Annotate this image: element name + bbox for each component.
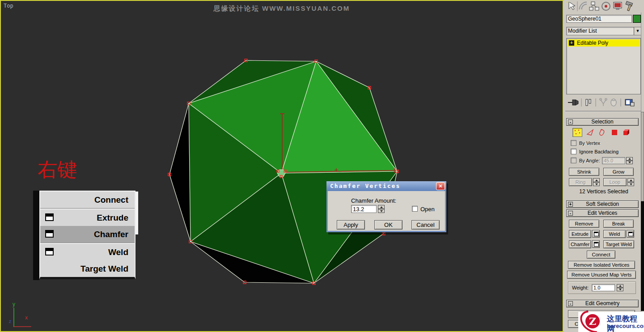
vertex-subobject-button[interactable] <box>572 128 582 137</box>
pin-stack-icon[interactable] <box>568 100 578 105</box>
open-checkbox[interactable] <box>412 206 418 212</box>
right-click-annotation: 右键 <box>38 157 77 183</box>
modifier-stack[interactable]: + Editable Poly <box>566 38 641 94</box>
weld-settings-icon[interactable] <box>45 248 54 255</box>
loop-spinner[interactable] <box>627 178 634 186</box>
collapse-icon[interactable]: - <box>568 211 573 216</box>
by-angle-checkbox[interactable] <box>571 157 576 163</box>
show-end-result-icon[interactable] <box>586 99 591 106</box>
configure-modifier-sets-icon[interactable] <box>625 99 634 106</box>
by-angle-spinner[interactable] <box>626 157 633 164</box>
cancel-button[interactable]: Cancel <box>411 220 440 230</box>
object-name-field[interactable]: GeoSphere01 <box>566 15 632 23</box>
axis-tripod: y x z <box>5 300 55 331</box>
ring-button[interactable]: Ring <box>569 178 592 186</box>
ignore-backfacing-label: Ignore Backfacing <box>579 149 619 155</box>
menu-item-target-weld[interactable]: Target Weld <box>40 260 135 277</box>
hierarchy-tab-icon[interactable] <box>589 2 599 10</box>
spinner-down-icon[interactable] <box>378 209 385 213</box>
close-icon[interactable]: × <box>436 182 445 190</box>
collapse-icon[interactable]: - <box>568 119 573 124</box>
loop-button[interactable]: Loop <box>603 178 627 186</box>
menu-item-connect[interactable]: Connect <box>40 192 135 208</box>
expand-icon[interactable]: + <box>569 40 574 46</box>
rollout-edit-vertices[interactable]: - Edit Vertices <box>566 209 639 217</box>
menu-item-extrude[interactable]: Extrude <box>40 209 135 226</box>
spinner-up-icon[interactable] <box>378 205 385 209</box>
polygon-icon <box>610 128 619 137</box>
ignore-backfacing-checkbox[interactable] <box>571 149 576 154</box>
border-subobject-button[interactable] <box>597 128 607 137</box>
weld-settings-button[interactable] <box>627 230 634 238</box>
menu-item-weld[interactable]: Weld <box>40 244 135 260</box>
chamfer-button[interactable]: Chamfer <box>569 240 591 248</box>
weight-field[interactable]: 1.0 <box>592 284 615 291</box>
remove-unused-map-verts-button[interactable]: Remove Unused Map Verts <box>567 271 636 279</box>
by-vertex-checkbox[interactable] <box>571 140 576 146</box>
menu-item-chamfer[interactable]: Chamfer <box>40 226 135 243</box>
site-logo: Z 这里教程网 herecours.com <box>578 312 644 332</box>
break-button[interactable]: Break <box>603 220 634 228</box>
by-vertex-label: By Vertex <box>579 140 600 146</box>
stack-item-editable-poly[interactable]: + Editable Poly <box>567 39 640 47</box>
chamfer-amount-label: Chamfer Amount: <box>351 197 396 204</box>
connect-button[interactable]: Connect <box>587 251 615 259</box>
weight-spinner[interactable] <box>617 284 623 291</box>
weld-button[interactable]: Weld <box>603 230 626 238</box>
vertex-icon <box>573 128 582 136</box>
modifier-list-dropdown[interactable]: Modifier List ▼ <box>566 27 642 35</box>
element-icon <box>622 128 631 137</box>
quad-menu: Connect Extrude Chamfer Weld Target Weld <box>39 191 136 279</box>
collapse-icon[interactable]: - <box>568 301 573 306</box>
weight-label: Weight: <box>572 285 589 291</box>
display-tab-icon[interactable] <box>614 2 622 10</box>
create-tab-icon[interactable] <box>567 1 575 10</box>
viewport-top[interactable]: Top 思缘设计论坛 WWW.MISSYUAN.COM <box>0 0 564 332</box>
panel-divider <box>565 111 642 112</box>
extrude-button[interactable]: Extrude <box>569 230 591 238</box>
edge-subobject-button[interactable] <box>585 128 595 137</box>
dialog-titlebar[interactable]: Chamfer Vertices <box>326 181 446 191</box>
chamfer-amount-spinner[interactable] <box>378 205 385 213</box>
border-icon <box>597 128 607 137</box>
stack-toolbar <box>567 97 642 108</box>
extrude-settings-button[interactable] <box>592 230 600 238</box>
ring-spinner[interactable] <box>593 178 600 186</box>
by-angle-field[interactable]: 45.0 <box>602 157 625 164</box>
target-weld-button[interactable]: Target Weld <box>603 240 634 248</box>
modify-tab-icon[interactable] <box>580 3 587 9</box>
command-panel-tabs <box>565 0 642 12</box>
chamfer-vertices-dialog: Chamfer Vertices × Chamfer Amount: Open … <box>326 181 446 232</box>
chamfer-settings-icon[interactable] <box>45 230 54 238</box>
panel-scrollbar-track[interactable] <box>641 201 644 311</box>
expand-icon[interactable]: + <box>568 202 573 207</box>
object-color-swatch[interactable] <box>633 15 641 23</box>
remove-modifier-icon[interactable] <box>611 99 616 106</box>
remove-button[interactable]: Remove <box>569 220 599 228</box>
element-subobject-button[interactable] <box>622 128 631 137</box>
chamfer-amount-input[interactable] <box>351 205 377 213</box>
y-axis-label: y <box>13 301 15 307</box>
geosphere-object[interactable] <box>1 1 563 331</box>
edge-icon <box>585 128 595 137</box>
rollout-selection[interactable]: - Selection <box>566 118 639 126</box>
shrink-button[interactable]: Shrink <box>569 168 599 176</box>
rollout-soft-selection[interactable]: + Soft Selection <box>566 200 639 208</box>
make-unique-icon[interactable] <box>600 98 607 106</box>
selection-status: 12 Vertices Selected <box>568 189 640 195</box>
remove-isolated-vertices-button[interactable]: Remove Isolated Vertices <box>568 261 635 269</box>
motion-tab-icon[interactable] <box>602 2 610 10</box>
grow-button[interactable]: Grow <box>603 168 634 176</box>
menu-shadow <box>33 191 39 280</box>
apply-button[interactable]: Apply <box>337 220 365 230</box>
chevron-down-icon[interactable]: ▼ <box>634 27 641 35</box>
chamfer-settings-button[interactable] <box>592 240 600 248</box>
polygon-subobject-button[interactable] <box>610 128 619 137</box>
panel-scrollbar-thumb[interactable] <box>641 112 644 201</box>
by-angle-label: By Angle: <box>579 158 600 164</box>
extrude-settings-icon[interactable] <box>45 213 54 221</box>
rollout-edit-geometry[interactable]: - Edit Geometry <box>566 300 639 307</box>
utilities-tab-icon[interactable] <box>626 1 633 11</box>
ok-button[interactable]: OK <box>374 220 402 230</box>
x-axis-label: x <box>25 315 28 321</box>
